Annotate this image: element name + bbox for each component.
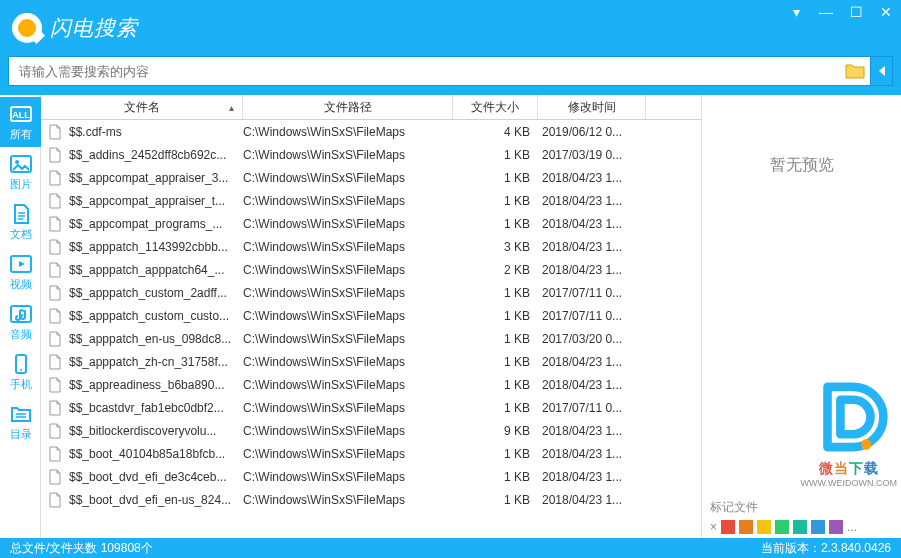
close-icon[interactable]: ✕	[877, 4, 895, 20]
sidebar-item-all[interactable]: ALL所有	[0, 97, 41, 147]
sidebar-item-label: 文档	[10, 227, 32, 242]
minimize-icon[interactable]: —	[817, 4, 835, 20]
file-time: 2018/04/23 1...	[538, 378, 646, 392]
sidebar-item-audio[interactable]: 音频	[0, 297, 41, 347]
tag-color-swatch[interactable]	[829, 520, 843, 534]
file-time: 2018/04/23 1...	[538, 217, 646, 231]
sidebar-item-label: 目录	[10, 427, 32, 442]
doc-icon	[8, 203, 34, 225]
tag-clear-button[interactable]: ×	[710, 520, 717, 534]
status-count: 总文件/文件夹数 109808个	[10, 540, 153, 557]
file-row[interactable]: $$_addins_2452dff8cb692c...C:\Windows\Wi…	[41, 143, 701, 166]
tag-more-button[interactable]: ...	[847, 520, 857, 534]
file-path: C:\Windows\WinSxS\FileMaps	[243, 401, 453, 415]
image-icon	[8, 153, 34, 175]
column-header-path[interactable]: 文件路径	[243, 95, 453, 119]
file-time: 2017/07/11 0...	[538, 286, 646, 300]
file-name: $$_apppatch_custom_2adff...	[69, 286, 243, 300]
file-size: 1 KB	[453, 447, 538, 461]
file-icon	[47, 400, 63, 416]
sidebar-item-video[interactable]: 视频	[0, 247, 41, 297]
sidebar-item-phone[interactable]: 手机	[0, 347, 41, 397]
file-name: $$_appcompat_appraiser_3...	[69, 171, 243, 185]
file-pane: 文件名▴ 文件路径 文件大小 修改时间 $$.cdf-msC:\Windows\…	[41, 95, 701, 538]
file-row[interactable]: $$_apppatch_apppatch64_...C:\Windows\Win…	[41, 258, 701, 281]
file-path: C:\Windows\WinSxS\FileMaps	[243, 378, 453, 392]
file-name: $$_appcompat_programs_...	[69, 217, 243, 231]
file-size: 1 KB	[453, 355, 538, 369]
file-row[interactable]: $$_apppatch_custom_custo...C:\Windows\Wi…	[41, 304, 701, 327]
file-time: 2018/04/23 1...	[538, 470, 646, 484]
menu-icon[interactable]: ▾	[787, 4, 805, 20]
file-row[interactable]: $$_apppatch_en-us_098dc8...C:\Windows\Wi…	[41, 327, 701, 350]
file-row[interactable]: $$_apppatch_1143992cbbb...C:\Windows\Win…	[41, 235, 701, 258]
file-time: 2018/04/23 1...	[538, 194, 646, 208]
file-icon	[47, 446, 63, 462]
column-header-name[interactable]: 文件名▴	[41, 95, 243, 119]
preview-empty-text: 暂无预览	[702, 95, 901, 538]
file-path: C:\Windows\WinSxS\FileMaps	[243, 355, 453, 369]
file-size: 1 KB	[453, 217, 538, 231]
tag-color-swatch[interactable]	[811, 520, 825, 534]
file-row[interactable]: $$_apppatch_custom_2adff...C:\Windows\Wi…	[41, 281, 701, 304]
file-name: $$_apppatch_en-us_098dc8...	[69, 332, 243, 346]
svg-text:ALL: ALL	[12, 110, 30, 120]
file-row[interactable]: $$_apppatch_zh-cn_31758f...C:\Windows\Wi…	[41, 350, 701, 373]
file-path: C:\Windows\WinSxS\FileMaps	[243, 470, 453, 484]
file-row[interactable]: $$_bitlockerdiscoveryvolu...C:\Windows\W…	[41, 419, 701, 442]
file-size: 1 KB	[453, 194, 538, 208]
file-time: 2018/04/23 1...	[538, 355, 646, 369]
file-icon	[47, 193, 63, 209]
column-header-time[interactable]: 修改时间	[538, 95, 646, 119]
file-row[interactable]: $$_appcompat_appraiser_3...C:\Windows\Wi…	[41, 166, 701, 189]
tag-color-swatch[interactable]	[757, 520, 771, 534]
file-name: $$_bitlockerdiscoveryvolu...	[69, 424, 243, 438]
video-icon	[8, 253, 34, 275]
lightning-search-icon	[12, 13, 42, 43]
column-headers: 文件名▴ 文件路径 文件大小 修改时间	[41, 95, 701, 120]
sidebar-item-image[interactable]: 图片	[0, 147, 41, 197]
file-row[interactable]: $$_boot_dvd_efi_en-us_824...C:\Windows\W…	[41, 488, 701, 511]
file-name: $$_boot_dvd_efi_en-us_824...	[69, 493, 243, 507]
file-time: 2017/03/20 0...	[538, 332, 646, 346]
tag-color-swatch[interactable]	[775, 520, 789, 534]
preview-pane: 暂无预览 微当下载 WWW.WEIDOWN.COM 标记文件 ×...	[701, 95, 901, 538]
file-path: C:\Windows\WinSxS\FileMaps	[243, 424, 453, 438]
sidebar-item-label: 图片	[10, 177, 32, 192]
column-header-size[interactable]: 文件大小	[453, 95, 538, 119]
file-icon	[47, 262, 63, 278]
all-icon: ALL	[8, 103, 34, 125]
file-icon	[47, 147, 63, 163]
filter-sidebar: ALL所有图片文档视频音频手机目录	[0, 95, 41, 538]
file-list[interactable]: $$.cdf-msC:\Windows\WinSxS\FileMaps4 KB2…	[41, 120, 701, 538]
sidebar-item-doc[interactable]: 文档	[0, 197, 41, 247]
file-size: 1 KB	[453, 332, 538, 346]
browse-folder-icon[interactable]	[844, 62, 866, 80]
file-row[interactable]: $$_boot_dvd_efi_de3c4ceb...C:\Windows\Wi…	[41, 465, 701, 488]
tag-color-swatch[interactable]	[793, 520, 807, 534]
file-icon	[47, 331, 63, 347]
collapse-preview-button[interactable]	[871, 56, 893, 86]
search-input[interactable]	[13, 57, 844, 85]
file-row[interactable]: $$_appcompat_programs_...C:\Windows\WinS…	[41, 212, 701, 235]
file-row[interactable]: $$.cdf-msC:\Windows\WinSxS\FileMaps4 KB2…	[41, 120, 701, 143]
maximize-icon[interactable]: ☐	[847, 4, 865, 20]
phone-icon	[8, 353, 34, 375]
file-name: $$_apppatch_custom_custo...	[69, 309, 243, 323]
file-row[interactable]: $$_boot_40104b85a18bfcb...C:\Windows\Win…	[41, 442, 701, 465]
file-row[interactable]: $$_bcastdvr_fab1ebc0dbf2...C:\Windows\Wi…	[41, 396, 701, 419]
file-row[interactable]: $$_appcompat_appraiser_t...C:\Windows\Wi…	[41, 189, 701, 212]
file-size: 1 KB	[453, 171, 538, 185]
file-icon	[47, 285, 63, 301]
file-icon	[47, 308, 63, 324]
tag-color-swatch[interactable]	[739, 520, 753, 534]
file-row[interactable]: $$_appreadiness_b6ba890...C:\Windows\Win…	[41, 373, 701, 396]
file-path: C:\Windows\WinSxS\FileMaps	[243, 217, 453, 231]
sort-asc-icon: ▴	[229, 102, 234, 113]
tag-color-swatch[interactable]	[721, 520, 735, 534]
file-path: C:\Windows\WinSxS\FileMaps	[243, 493, 453, 507]
status-version: 当前版本：2.3.840.0426	[761, 540, 891, 557]
file-name: $$_appcompat_appraiser_t...	[69, 194, 243, 208]
sidebar-item-label: 手机	[10, 377, 32, 392]
sidebar-item-folder-list[interactable]: 目录	[0, 397, 41, 447]
